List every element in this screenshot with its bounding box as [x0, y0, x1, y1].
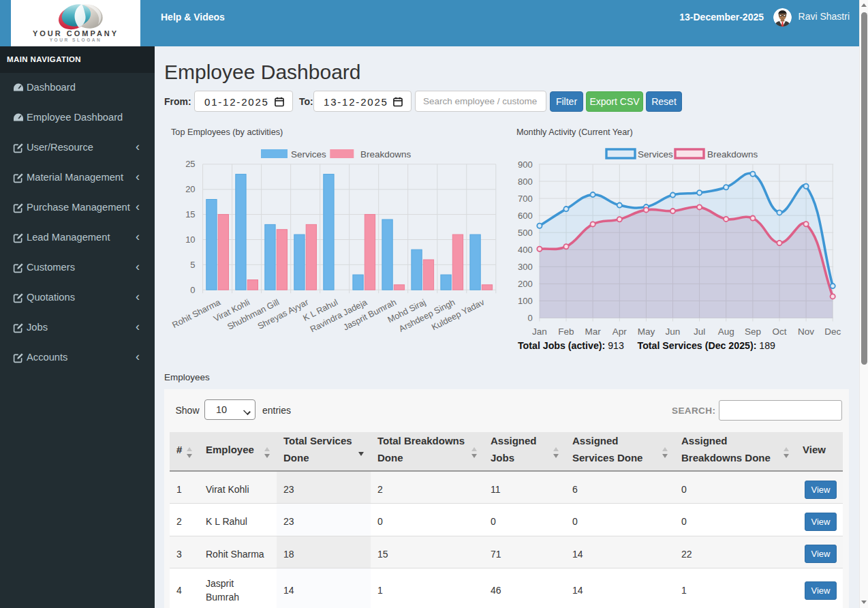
svg-text:Jan: Jan — [532, 326, 547, 337]
svg-text:May: May — [638, 326, 655, 337]
svg-text:15: 15 — [185, 209, 195, 219]
svg-text:Top Employees (by activities): Top Employees (by activities) — [171, 127, 283, 137]
svg-text:5: 5 — [190, 260, 195, 270]
svg-text:0: 0 — [528, 313, 533, 323]
svg-text:Mar: Mar — [585, 326, 601, 337]
svg-text:Nov: Nov — [798, 326, 814, 337]
svg-text:Services: Services — [291, 149, 326, 159]
svg-text:0: 0 — [190, 285, 195, 295]
svg-text:600: 600 — [518, 211, 533, 221]
svg-text:200: 200 — [518, 279, 533, 289]
svg-text:Breakdowns: Breakdowns — [707, 149, 758, 159]
svg-text:500: 500 — [518, 228, 533, 238]
svg-text:400: 400 — [518, 245, 533, 255]
svg-text:Oct: Oct — [772, 326, 786, 337]
svg-text:Monthly Activity (Current Year: Monthly Activity (Current Year) — [516, 127, 633, 137]
svg-text:Feb: Feb — [558, 326, 574, 337]
svg-text:Breakdowns: Breakdowns — [360, 149, 412, 159]
svg-text:YOUR SLOGAN: YOUR SLOGAN — [50, 37, 102, 42]
svg-text:YOUR COMPANY: YOUR COMPANY — [33, 29, 119, 37]
svg-text:20: 20 — [185, 184, 195, 194]
svg-text:Dec: Dec — [824, 326, 841, 337]
svg-text:10: 10 — [185, 234, 195, 245]
svg-text:900: 900 — [518, 159, 533, 170]
svg-text:25: 25 — [185, 159, 195, 169]
svg-text:Jun: Jun — [666, 326, 681, 337]
svg-text:700: 700 — [518, 194, 533, 204]
svg-text:Services: Services — [638, 149, 673, 159]
svg-text:300: 300 — [518, 262, 533, 272]
svg-text:100: 100 — [518, 296, 533, 306]
svg-text:800: 800 — [518, 177, 533, 187]
svg-text:Apr: Apr — [613, 326, 627, 337]
svg-text:Jul: Jul — [694, 326, 705, 337]
svg-text:Aug: Aug — [718, 326, 734, 337]
svg-text:Sep: Sep — [745, 326, 761, 337]
